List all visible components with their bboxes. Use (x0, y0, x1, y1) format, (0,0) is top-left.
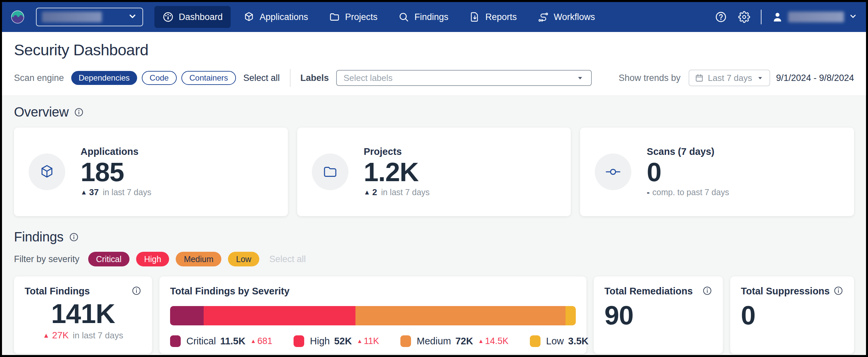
legend-value: 11.5K (220, 336, 246, 347)
card-trend: ▲ 37 in last 7 days (81, 187, 151, 198)
card-title: Total Remediations (604, 286, 692, 297)
commit-icon (605, 164, 621, 180)
projects-icon-circle (312, 153, 348, 190)
info-icon[interactable] (74, 107, 84, 117)
search-icon (398, 11, 409, 23)
applications-card: Applications 185 ▲ 37 in last 7 days (14, 127, 288, 216)
main-navigation: Dashboard Applications Projects (154, 6, 603, 28)
severity-select-all[interactable]: Select all (269, 254, 306, 264)
mend-logo-icon (11, 10, 25, 24)
trends-range-value: Last 7 days (708, 73, 752, 83)
trend-up-icon: ▲ (364, 189, 370, 196)
page-header: Security Dashboard Scan engine Dependenc… (2, 32, 866, 96)
settings-button[interactable] (738, 10, 751, 24)
nav-item-projects[interactable]: Projects (321, 6, 386, 28)
user-menu[interactable] (772, 11, 857, 23)
dashboard-body: Overview Applications 185 ▲ (2, 96, 866, 355)
nav-item-findings[interactable]: Findings (390, 6, 456, 28)
info-icon[interactable] (69, 232, 79, 242)
legend-delta: 681 (257, 336, 272, 346)
legend-value: 3.5K (568, 336, 588, 347)
card-title: Applications (81, 146, 151, 157)
scans-icon-circle (595, 153, 631, 190)
trend-value: 37 (89, 187, 99, 198)
applications-icon-circle (29, 153, 65, 190)
overview-section-head: Overview (14, 105, 854, 120)
scan-engine-pill-code[interactable]: Code (142, 71, 177, 85)
legend-item-high: High 52K ▲ 11K (293, 335, 379, 347)
bar-segment-critical (170, 306, 204, 325)
legend-name: Low (546, 336, 564, 347)
trends-range-select[interactable]: Last 7 days (689, 69, 770, 86)
card-title: Total Suppressions (741, 286, 830, 297)
bar-segment-medium (355, 306, 565, 325)
scan-engine-select-all[interactable]: Select all (243, 73, 280, 83)
chevron-down-icon (128, 12, 137, 22)
trends-date-range: 9/1/2024 - 9/8/2024 (776, 73, 854, 83)
overview-cards: Applications 185 ▲ 37 in last 7 days (14, 127, 854, 216)
labels-select[interactable]: Select labels (336, 70, 592, 86)
nav-item-dashboard[interactable]: Dashboard (154, 6, 230, 28)
workflow-icon (537, 11, 549, 23)
trend-up-icon: ▲ (250, 338, 256, 344)
scan-engine-pill-dependencies[interactable]: Dependencies (71, 71, 137, 85)
chevron-down-icon (849, 12, 857, 22)
severity-pill-medium[interactable]: Medium (176, 252, 221, 266)
nav-item-applications[interactable]: Applications (235, 6, 316, 28)
legend-swatch (170, 335, 181, 347)
trend-value: 27K (52, 330, 69, 341)
nav-item-label: Dashboard (179, 12, 223, 22)
trend-suffix: in last 7 days (72, 330, 123, 341)
trend-suffix: comp. to past 7 days (652, 187, 729, 197)
card-title: Projects (364, 146, 430, 157)
total-findings-trend: ▲ 27K in last 7 days (25, 330, 142, 341)
dropdown-caret-icon (756, 74, 764, 82)
info-icon[interactable] (833, 286, 843, 296)
folder-icon (322, 164, 338, 180)
severity-pill-critical[interactable]: Critical (88, 252, 129, 266)
trend-up-icon: ▲ (478, 338, 484, 344)
card-title: Total Findings by Severity (170, 286, 576, 297)
nav-item-label: Reports (485, 12, 517, 22)
findings-cards: Total Findings 141K ▲ 27K in last 7 da (14, 276, 854, 354)
nav-item-label: Projects (345, 12, 378, 22)
filter-by-severity-label: Filter by severity (14, 254, 80, 264)
nav-divider (761, 10, 762, 24)
trend-suffix: in last 7 days (103, 187, 151, 197)
trend-value: - (647, 187, 650, 198)
card-title: Total Findings (25, 286, 90, 297)
trend-up-icon: ▲ (357, 338, 363, 344)
severity-pill-low[interactable]: Low (228, 252, 259, 266)
nav-item-workflows[interactable]: Workflows (529, 6, 603, 28)
total-suppressions-card: Total Suppressions 0 (730, 276, 854, 354)
projects-card: Projects 1.2K ▲ 2 in last 7 days (297, 127, 571, 216)
trend-up-icon: ▲ (81, 189, 87, 196)
trend-suffix: in last 7 days (381, 187, 430, 197)
info-icon[interactable] (702, 286, 712, 296)
legend-name: Critical (186, 336, 216, 347)
legend-delta: 14.5K (485, 336, 508, 346)
organization-selector[interactable] (36, 8, 143, 26)
nav-item-label: Findings (414, 12, 448, 22)
findings-title: Findings (14, 230, 64, 244)
legend-swatch (293, 335, 304, 347)
card-trend: - comp. to past 7 days (647, 187, 729, 198)
info-icon[interactable] (131, 286, 142, 296)
total-remediations-value: 90 (604, 301, 712, 330)
nav-item-reports[interactable]: Reports (461, 6, 525, 28)
card-trend: ▲ 2 in last 7 days (364, 187, 430, 198)
bar-segment-high (204, 306, 355, 325)
legend-item-medium: Medium 72K ▲ 14.5K (400, 335, 508, 347)
nav-right-controls (714, 10, 857, 24)
username-redacted (788, 12, 844, 22)
severity-pill-high[interactable]: High (136, 252, 169, 266)
scan-engine-label: Scan engine (14, 73, 64, 83)
severity-filter-row: Filter by severity Critical High Medium … (14, 252, 854, 266)
nav-item-label: Applications (259, 12, 308, 22)
scan-engine-pill-containers[interactable]: Containers (181, 71, 236, 85)
legend-name: Medium (417, 336, 451, 347)
card-title: Scans (7 days) (647, 146, 729, 157)
overview-title: Overview (14, 105, 68, 120)
help-button[interactable] (714, 10, 727, 24)
total-remediations-card: Total Remediations 90 (594, 276, 723, 354)
